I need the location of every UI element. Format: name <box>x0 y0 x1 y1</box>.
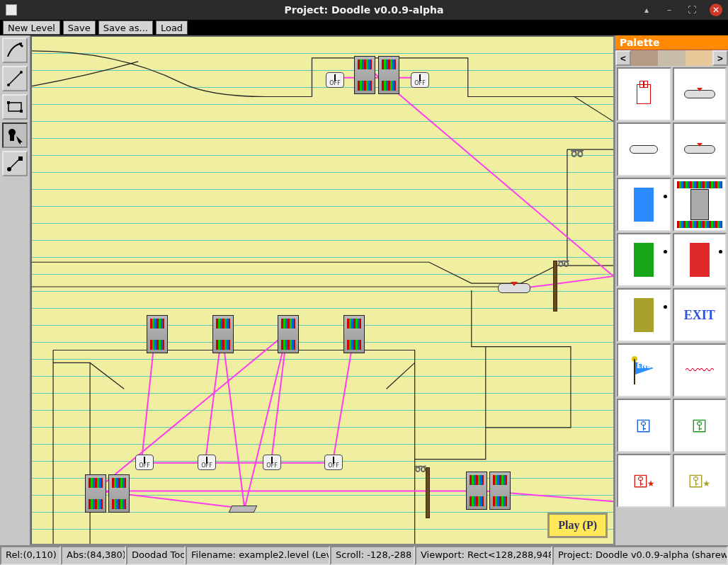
palette-item-door-green[interactable] <box>617 233 671 287</box>
statusbar: Rel:(0,110) Abs:(84,380) Doodad Tool Fil… <box>0 545 728 565</box>
button-arrow-icon <box>684 145 715 154</box>
button-plain-icon <box>630 145 658 154</box>
status-tool: Doodad Tool <box>126 546 186 565</box>
elevator-door-icon[interactable] <box>85 474 106 513</box>
spring-icon[interactable]: ➿ <box>557 258 569 269</box>
svg-line-15 <box>99 333 287 488</box>
palette-item-fire-hazard[interactable]: 〰〰 <box>673 343 727 397</box>
svg-rect-4 <box>7 101 10 104</box>
key-yellow-icon: ⚿★ <box>688 472 710 490</box>
status-project: Project: Doodle v0.0.9-alpha (shareware) <box>552 546 728 565</box>
palette-item-exit-sign[interactable]: EXIT <box>673 288 727 342</box>
window-maximize-icon[interactable]: ⛶ <box>687 5 697 15</box>
palette-item-key-red[interactable]: ⚿★ <box>617 454 671 508</box>
palette-nav: < > <box>615 50 728 66</box>
menu-new-level[interactable]: New Level <box>3 21 60 35</box>
doodad-tool[interactable] <box>2 122 28 148</box>
elevator-door-icon[interactable] <box>343 315 365 353</box>
window-close-icon[interactable]: ✕ <box>710 4 722 16</box>
palette-title: Palette <box>615 35 728 50</box>
door-elevator-icon <box>690 189 709 220</box>
menu-save-as[interactable]: Save as... <box>98 21 153 35</box>
rectangle-tool[interactable] <box>2 94 28 120</box>
status-viewport: Viewport: Rect<128,288,948,1 <box>415 546 552 565</box>
freehand-tool[interactable] <box>2 38 28 63</box>
palette-item-end-flag[interactable]: END <box>617 343 671 397</box>
spring-icon[interactable]: ➿ <box>570 147 584 160</box>
door-red-icon <box>690 243 710 277</box>
switch-off-icon[interactable]: OFF <box>135 455 154 470</box>
switch-off-icon[interactable]: OFF <box>326 72 344 88</box>
palette-item-door-elevator[interactable] <box>673 178 727 232</box>
palette-prev-button[interactable]: < <box>615 50 631 66</box>
key-blue-icon: ⚿ <box>636 417 652 435</box>
play-button[interactable]: Play (P) <box>547 513 608 538</box>
svg-line-2 <box>8 72 21 85</box>
svg-rect-5 <box>20 110 23 113</box>
trapdoor-button-icon[interactable] <box>498 283 530 293</box>
palette-item-key-blue[interactable]: ⚿ <box>617 399 671 452</box>
palette-next-button[interactable]: > <box>712 50 728 66</box>
palette-item-door-red[interactable] <box>673 233 727 287</box>
switch-off-icon[interactable]: OFF <box>411 72 429 88</box>
palette-color-strip[interactable] <box>631 50 712 66</box>
end-flag-icon: END <box>630 356 658 384</box>
palette-item-button-plain[interactable] <box>617 122 671 176</box>
window-minimize-icon[interactable]: – <box>664 5 674 15</box>
palette-item-trapdoor-down[interactable] <box>673 67 727 121</box>
switch-off-icon[interactable]: OFF <box>198 455 216 470</box>
palette-item-key-green[interactable]: ⚿ <box>673 399 727 452</box>
key-green-icon: ⚿ <box>692 417 707 435</box>
trapdoor-icon <box>684 90 715 98</box>
window-titlebar: Project: Doodle v0.0.9-alpha ▴ – ⛶ ✕ <box>0 0 728 20</box>
switch-off-icon[interactable]: OFF <box>263 455 281 470</box>
palette-item-door-blue[interactable] <box>617 178 671 232</box>
elevator-door-icon[interactable] <box>466 472 487 510</box>
menubar: New Level Save Save as... Load <box>0 20 728 35</box>
elevator-door-icon[interactable] <box>147 315 168 353</box>
canvas[interactable]: OFF OFF ➿ ➿ OFF OFF OFF OFF <box>30 35 615 545</box>
wood-pole-icon[interactable] <box>426 467 430 518</box>
svg-rect-7 <box>10 135 14 141</box>
menu-load[interactable]: Load <box>156 21 188 35</box>
window-up-icon[interactable]: ▴ <box>642 5 652 15</box>
app-icon <box>6 4 17 16</box>
workarea: OFF OFF ➿ ➿ OFF OFF OFF OFF <box>0 35 728 545</box>
fire-icon: 〰〰 <box>686 362 714 379</box>
door-blue-icon <box>634 188 654 222</box>
elevator-door-icon[interactable] <box>489 472 511 510</box>
status-abs: Abs:(84,380) <box>61 546 126 565</box>
svg-line-10 <box>11 159 19 168</box>
link-tool[interactable] <box>2 151 28 176</box>
palette-item-door-yellow[interactable] <box>617 288 671 342</box>
elevator-door-icon[interactable] <box>354 56 375 94</box>
window-title: Project: Doodle v0.0.9-alpha <box>284 4 443 16</box>
palette-panel: Palette < > EXIT END 〰〰 ⚿ ⚿ ⚿★ ⚿★ <box>615 35 728 545</box>
exit-sign-icon: EXIT <box>684 308 715 323</box>
elevator-door-icon[interactable] <box>378 56 399 94</box>
svg-point-6 <box>8 129 16 136</box>
canvas-background: OFF OFF ➿ ➿ OFF OFF OFF OFF <box>32 37 613 544</box>
door-green-icon <box>634 243 654 277</box>
elevator-door-icon[interactable] <box>278 315 299 353</box>
status-rel: Rel:(0,110) <box>0 546 61 565</box>
svg-line-25 <box>369 69 613 276</box>
palette-item-button-arrow[interactable] <box>673 122 727 176</box>
status-filename: Filename: example2.level (Level) <box>186 546 330 565</box>
key-red-icon: ⚿★ <box>633 472 655 490</box>
svg-rect-3 <box>8 103 21 111</box>
switch-off-icon[interactable]: OFF <box>324 455 343 470</box>
palette-item-azulian-red[interactable] <box>617 67 671 121</box>
door-yellow-icon <box>634 298 654 332</box>
elevator-door-icon[interactable] <box>108 474 130 513</box>
ramp-icon[interactable] <box>229 506 258 513</box>
status-scroll: Scroll: -128,-288 <box>330 546 415 565</box>
azulian-red-icon <box>637 84 651 104</box>
spring-icon[interactable]: ➿ <box>414 463 426 474</box>
palette-grid: EXIT END 〰〰 ⚿ ⚿ ⚿★ ⚿★ <box>615 66 728 545</box>
palette-item-key-yellow[interactable]: ⚿★ <box>673 454 727 508</box>
elevator-door-icon[interactable] <box>212 315 234 353</box>
line-tool[interactable] <box>2 66 28 91</box>
toolbox <box>0 35 30 545</box>
menu-save[interactable]: Save <box>63 21 96 35</box>
